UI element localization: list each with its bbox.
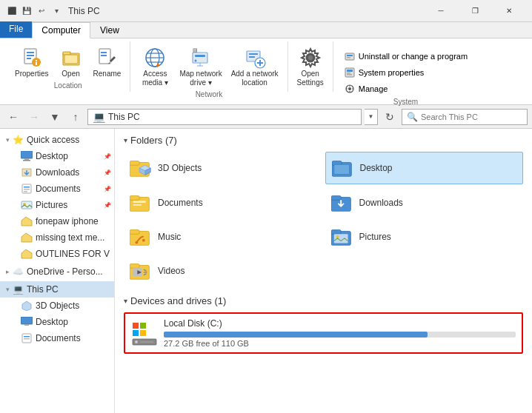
pin-icon2: 📌 bbox=[104, 169, 111, 176]
sidebar-item-outlines[interactable]: OUTLINES FOR V bbox=[0, 246, 114, 262]
tab-view[interactable]: View bbox=[90, 22, 129, 38]
add-network-location-button[interactable]: Add a networklocation bbox=[228, 44, 282, 89]
folders-chevron: ▾ bbox=[124, 136, 127, 144]
quick-access-expand: ▾ bbox=[3, 132, 12, 148]
folder-downloads[interactable]: Downloads bbox=[325, 187, 524, 218]
sidebar-item-desktop[interactable]: Desktop bbox=[0, 314, 114, 330]
pin-icon: 📌 bbox=[104, 153, 111, 160]
open-settings-button[interactable]: OpenSettings bbox=[294, 44, 327, 89]
quick-access-label: Quick access bbox=[27, 135, 111, 145]
onedrive-header[interactable]: ▸ ☁️ OneDrive - Perso... bbox=[0, 263, 114, 280]
devices-section-header[interactable]: ▾ Devices and drives (1) bbox=[124, 295, 523, 306]
pictures-icon bbox=[21, 199, 33, 211]
disk-bar-bg bbox=[164, 332, 516, 338]
svg-point-89 bbox=[135, 340, 138, 343]
recent-locations-button[interactable]: ▼ bbox=[46, 108, 64, 126]
search-box[interactable]: 🔍 bbox=[402, 109, 528, 125]
forward-button[interactable]: → bbox=[25, 108, 43, 126]
quick-access-header[interactable]: ▾ ⭐ Quick access bbox=[0, 132, 114, 148]
svg-rect-3 bbox=[27, 58, 31, 59]
sidebar-item-pictures-pinned[interactable]: Pictures 📌 bbox=[0, 197, 114, 213]
refresh-button[interactable]: ↻ bbox=[381, 108, 399, 126]
sidebar-item-fonepaw[interactable]: fonepaw iphone bbox=[0, 213, 114, 229]
window-controls: ─ ❐ ✕ bbox=[424, 0, 526, 22]
svg-point-39 bbox=[348, 87, 351, 90]
desktop2-icon bbox=[21, 316, 33, 328]
sidebar-item-documents-pinned[interactable]: Documents 📌 bbox=[0, 181, 114, 197]
minimize-button[interactable]: ─ bbox=[424, 0, 458, 22]
sidebar-item-desktop-pinned[interactable]: Desktop 📌 bbox=[0, 148, 114, 164]
map-network-drive-button[interactable]: ▤ Map networkdrive ▾ bbox=[176, 44, 225, 89]
disk-icon bbox=[131, 320, 158, 346]
missing-text: missing text me... bbox=[36, 232, 111, 243]
svg-rect-54 bbox=[24, 338, 30, 340]
svg-rect-84 bbox=[133, 323, 139, 329]
back-button[interactable]: ← bbox=[4, 108, 22, 126]
address-path[interactable]: 💻 This PC bbox=[87, 109, 362, 125]
folder-documents-icon bbox=[130, 191, 153, 215]
sidebar-item-downloads-pinned[interactable]: Downloads 📌 bbox=[0, 164, 114, 181]
svg-rect-6 bbox=[36, 62, 37, 65]
tab-computer[interactable]: Computer bbox=[32, 22, 90, 38]
add-network-label: Add a networklocation bbox=[231, 70, 279, 87]
svg-rect-62 bbox=[333, 164, 349, 174]
svg-rect-53 bbox=[24, 336, 30, 338]
documents-icon bbox=[21, 183, 33, 195]
svg-rect-68 bbox=[331, 196, 341, 201]
properties-button[interactable]: Properties bbox=[12, 44, 52, 80]
thispc-header[interactable]: ▾ 💻 This PC bbox=[0, 281, 114, 298]
svg-rect-42 bbox=[23, 160, 30, 161]
folder-3dobjects[interactable]: 3D Objects bbox=[124, 152, 322, 184]
close-button[interactable]: ✕ bbox=[492, 0, 526, 22]
folder-music[interactable]: Music bbox=[124, 221, 322, 252]
downloads-icon bbox=[21, 167, 33, 178]
sidebar-item-missing-text[interactable]: missing text me... bbox=[0, 229, 114, 246]
svg-rect-74 bbox=[331, 230, 341, 235]
folder-videos[interactable]: Videos bbox=[124, 255, 322, 286]
svg-rect-64 bbox=[130, 196, 139, 201]
uninstall-button[interactable]: Uninstall or change a program bbox=[339, 49, 472, 64]
ribbon: Properties Open bbox=[0, 38, 532, 105]
up-button[interactable]: ↑ bbox=[67, 108, 84, 126]
svg-rect-78 bbox=[130, 264, 139, 269]
missing-icon bbox=[21, 232, 33, 244]
tab-file[interactable]: File bbox=[0, 21, 32, 38]
folder-pictures[interactable]: Pictures bbox=[325, 221, 524, 252]
system-properties-button[interactable]: System properties bbox=[339, 65, 472, 80]
device-local-disk[interactable]: Local Disk (C:) 27.2 GB free of 110 GB bbox=[124, 312, 523, 354]
properties-icon bbox=[20, 46, 44, 70]
folder-desktop[interactable]: Desktop bbox=[325, 152, 524, 184]
onedrive-section: ▸ ☁️ OneDrive - Perso... bbox=[0, 263, 114, 280]
folder-documents[interactable]: Documents bbox=[124, 187, 322, 218]
open-icon bbox=[59, 46, 83, 70]
sidebar-item-documents[interactable]: Documents bbox=[0, 330, 114, 346]
3dobjects-text: 3D Objects bbox=[36, 300, 111, 311]
manage-label: Manage bbox=[359, 84, 388, 93]
svg-rect-75 bbox=[333, 234, 348, 243]
search-input[interactable] bbox=[421, 113, 522, 121]
svg-rect-8 bbox=[63, 52, 70, 55]
svg-rect-70 bbox=[130, 230, 139, 235]
open-button[interactable]: Open bbox=[55, 44, 87, 80]
svg-rect-36 bbox=[347, 73, 350, 74]
properties-label: Properties bbox=[15, 70, 49, 78]
title-bar: ⬛ 💾 ↩ ▾ This PC ─ ❐ ✕ bbox=[0, 0, 532, 22]
dropdown-icon[interactable]: ▾ bbox=[50, 5, 62, 17]
svg-rect-86 bbox=[133, 330, 139, 336]
manage-button[interactable]: Manage bbox=[339, 81, 472, 96]
main-area: ▾ ⭐ Quick access Desktop 📌 Downloads 📌 bbox=[0, 129, 532, 413]
location-group-items: Properties Open bbox=[12, 41, 124, 80]
address-dropdown[interactable]: ▼ bbox=[365, 109, 378, 125]
sidebar-item-3dobjects[interactable]: 3D Objects bbox=[0, 298, 114, 314]
rename-button[interactable]: Rename bbox=[90, 44, 124, 80]
svg-point-30 bbox=[308, 56, 313, 60]
svg-rect-37 bbox=[347, 74, 352, 75]
disk-info: Local Disk (C:) 27.2 GB free of 110 GB bbox=[164, 318, 516, 348]
access-media-button[interactable]: Accessmedia ▾ bbox=[136, 44, 173, 89]
title-bar-icons: ⬛ 💾 ↩ ▾ bbox=[6, 5, 62, 17]
svg-rect-2 bbox=[27, 55, 34, 56]
restore-button[interactable]: ❐ bbox=[458, 0, 492, 22]
devices-section: ▾ Devices and drives (1) bbox=[124, 295, 523, 354]
folders-section-header[interactable]: ▾ Folders (7) bbox=[124, 135, 523, 146]
system-group-label: System bbox=[339, 96, 472, 108]
